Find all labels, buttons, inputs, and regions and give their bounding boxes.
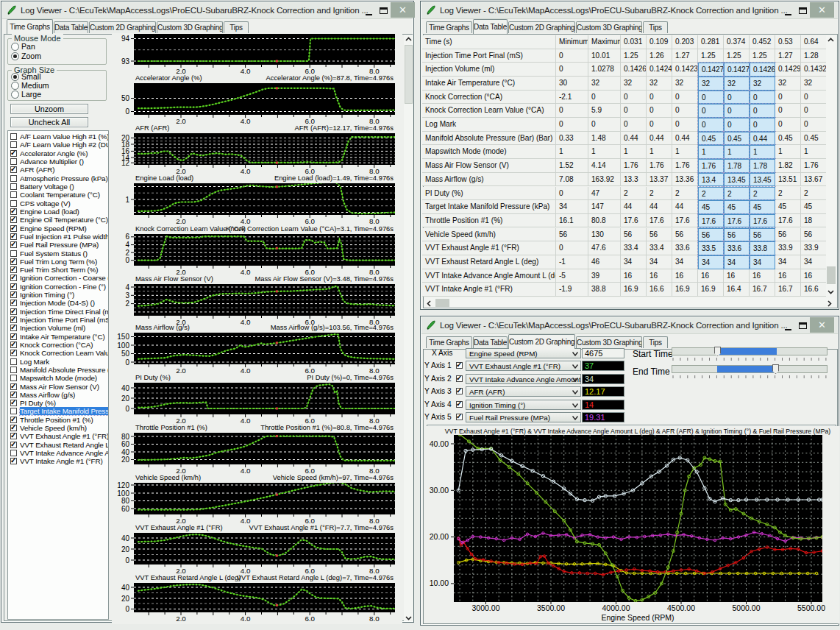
svg-text:Throttle Position #1 (%): Throttle Position #1 (%) (135, 423, 207, 431)
svg-text:0: 0 (125, 358, 129, 367)
svg-text:PI Duty (%): PI Duty (%) (135, 373, 171, 381)
svg-text:20.00: 20.00 (430, 532, 449, 541)
svg-text:AFR (AFR)=12.17, Time=4.976s: AFR (AFR)=12.17, Time=4.976s (295, 124, 394, 132)
svg-text:Engine Load (load)=1.49, Time=: Engine Load (load)=1.49, Time=4.976s (274, 174, 394, 182)
svg-text:10.00: 10.00 (430, 578, 449, 587)
svg-text:6.0: 6.0 (305, 615, 315, 623)
svg-text:2.0: 2.0 (176, 117, 186, 125)
svg-text:Mass Air Flow Sensor (V): Mass Air Flow Sensor (V) (135, 275, 213, 283)
svg-text:5000.00: 5000.00 (733, 604, 761, 612)
svg-text:100: 100 (117, 341, 129, 350)
svg-text:4: 4 (125, 241, 129, 249)
svg-text:50: 50 (121, 94, 130, 102)
svg-text:4.0: 4.0 (241, 467, 251, 475)
svg-text:40: 40 (121, 384, 130, 392)
svg-text:40: 40 (121, 448, 130, 456)
svg-text:Engine Speed (RPM): Engine Speed (RPM) (601, 613, 674, 622)
svg-text:0: 0 (125, 405, 129, 413)
svg-text:4.0: 4.0 (241, 117, 251, 125)
svg-text:6: 6 (125, 233, 129, 241)
svg-text:94: 94 (121, 35, 130, 43)
svg-text:8.0: 8.0 (369, 615, 380, 623)
svg-text:4.0: 4.0 (241, 167, 251, 175)
svg-text:40.00: 40.00 (430, 439, 449, 448)
svg-text:0: 0 (125, 605, 129, 613)
svg-text:40: 40 (121, 584, 130, 592)
svg-text:2: 2 (125, 300, 129, 308)
svg-text:93: 93 (121, 57, 130, 66)
svg-text:60: 60 (121, 440, 130, 448)
svg-text:0: 0 (125, 556, 129, 564)
svg-text:80: 80 (121, 497, 130, 505)
svg-text:Throttle Position #1 (%)=80.8,: Throttle Position #1 (%)=80.8, Time=4.97… (260, 423, 394, 431)
svg-text:4000.00: 4000.00 (602, 604, 630, 612)
svg-text:Accelerator Angle (%): Accelerator Angle (%) (135, 74, 202, 82)
svg-text:2.0: 2.0 (176, 615, 186, 623)
svg-text:4.0: 4.0 (241, 417, 251, 425)
svg-text:3000.00: 3000.00 (472, 604, 500, 612)
svg-text:Mass Airflow (g/s): Mass Airflow (g/s) (135, 323, 190, 331)
svg-text:80: 80 (121, 433, 130, 441)
svg-text:Mass Airflow (g/s)=103.56, Tim: Mass Airflow (g/s)=103.56, Time=4.976s (271, 323, 394, 331)
svg-text:3500.00: 3500.00 (537, 604, 565, 612)
svg-text:VVT Exhaust Angle #1 (°FR)=7.7: VVT Exhaust Angle #1 (°FR)=7.7, Time=4.9… (249, 523, 394, 531)
svg-text:3: 3 (125, 291, 129, 300)
svg-text:4.0: 4.0 (241, 367, 251, 375)
svg-text:VVT Exhaust Angle #1 (°FR) & V: VVT Exhaust Angle #1 (°FR) & VVT Intake … (445, 428, 830, 435)
svg-text:0: 0 (125, 256, 129, 264)
svg-text:20: 20 (121, 595, 130, 603)
svg-text:1: 1 (125, 196, 129, 204)
svg-text:Accelerator Angle (%)=87.8, Ti: Accelerator Angle (%)=87.8, Time=4.976s (266, 74, 394, 82)
svg-text:50: 50 (121, 350, 130, 358)
svg-text:4.0: 4.0 (241, 615, 251, 623)
svg-text:150: 150 (117, 333, 129, 341)
svg-text:5500.00: 5500.00 (797, 604, 825, 612)
svg-text:VVT Exhaust Retard Angle L (de: VVT Exhaust Retard Angle L (deg)=7, Time… (237, 573, 394, 581)
svg-text:VVT Exhaust Angle #1 (°FR): VVT Exhaust Angle #1 (°FR) (135, 523, 223, 531)
svg-text:4.0: 4.0 (241, 67, 251, 75)
svg-text:20: 20 (121, 456, 130, 464)
svg-text:4: 4 (125, 283, 129, 291)
svg-text:4.0: 4.0 (241, 268, 251, 276)
svg-text:12: 12 (121, 159, 130, 167)
svg-text:4.0: 4.0 (241, 318, 251, 326)
svg-text:60: 60 (121, 505, 130, 513)
svg-text:2.0: 2.0 (176, 367, 186, 375)
svg-text:40: 40 (121, 534, 130, 542)
svg-text:20: 20 (121, 545, 130, 553)
svg-text:30.00: 30.00 (430, 486, 449, 495)
svg-text:VVT Exhaust Retard Angle L (de: VVT Exhaust Retard Angle L (deg) (135, 573, 241, 581)
svg-text:Vehicle Speed (km/h)=97, Time=: Vehicle Speed (km/h)=97, Time=4.976s (273, 473, 394, 481)
svg-text:0: 0 (125, 107, 129, 116)
svg-text:Vehicle Speed (km/h): Vehicle Speed (km/h) (135, 473, 201, 481)
svg-text:PI Duty (%)=0, Time=4.976s: PI Duty (%)=0, Time=4.976s (307, 373, 394, 381)
svg-text:Knock Correction Learn Value (: Knock Correction Learn Value (°CA)=3.1, … (226, 224, 394, 233)
svg-text:Mass Air Flow Sensor (V)=3.48,: Mass Air Flow Sensor (V)=3.48, Time=4.97… (255, 275, 394, 283)
svg-text:20: 20 (121, 394, 130, 403)
svg-text:AFR (AFR): AFR (AFR) (135, 124, 169, 132)
svg-text:100: 100 (117, 489, 129, 498)
svg-text:Engine Load (load): Engine Load (load) (135, 174, 193, 182)
svg-text:4500.00: 4500.00 (667, 604, 695, 612)
svg-text:120: 120 (117, 481, 129, 489)
svg-text:2: 2 (125, 249, 129, 257)
